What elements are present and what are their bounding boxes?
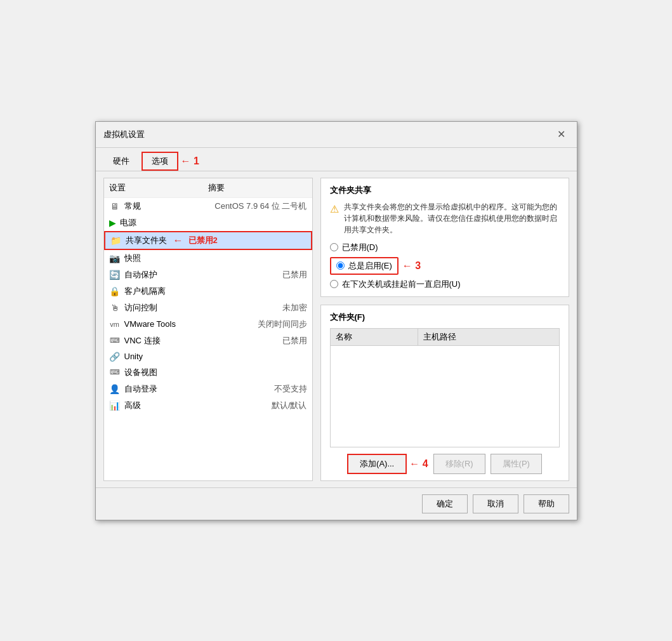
autoprotect-label: 自动保护 <box>124 269 157 281</box>
menu-item-advanced[interactable]: 📊 高级 默认/默认 <box>104 397 312 414</box>
folder-buttons: 添加(A)... ← 4 移除(R) 属性(P) <box>330 454 560 474</box>
radio-until-label: 在下次关机或挂起前一直启用(U) <box>342 279 461 290</box>
access-control-icon: 🖱 <box>109 303 121 313</box>
left-panel: 设置 摘要 🖥 常规 CentOS 7.9 64 位 二号机 ▶ 电源 📁 共享… <box>103 178 313 481</box>
general-icon: 🖥 <box>109 201 121 211</box>
autoprotect-summary: 已禁用 <box>282 269 307 281</box>
snapshot-icon: 📷 <box>109 253 121 263</box>
add-button[interactable]: 添加(A)... <box>347 454 407 474</box>
menu-item-autologin[interactable]: 👤 自动登录 不受支持 <box>104 381 312 397</box>
device-view-label: 设备视图 <box>124 367 157 378</box>
access-control-summary: 未加密 <box>282 302 307 314</box>
menu-item-unity[interactable]: 🔗 Unity <box>104 349 312 364</box>
table-empty-cell <box>330 345 559 447</box>
radio-disabled-label: 已禁用(D) <box>342 242 378 253</box>
remove-button[interactable]: 移除(R) <box>433 454 485 474</box>
panel-header: 设置 摘要 <box>104 178 312 198</box>
access-control-label: 访问控制 <box>124 302 157 314</box>
dialog-window: 虚拟机设置 ✕ 硬件 选项 ← 1 设置 摘要 🖥 常规 CentOS 7.9 … <box>95 121 577 520</box>
table-empty-row <box>330 345 559 447</box>
right-panel: 文件夹共享 ⚠ 共享文件夹会将您的文件显示给虚拟机中的程序。这可能为您的计算机和… <box>320 178 569 481</box>
menu-item-guest-isolation[interactable]: 🔒 客户机隔离 <box>104 283 312 300</box>
general-summary: CentOS 7.9 64 位 二号机 <box>214 201 306 212</box>
unity-label: Unity <box>124 352 143 361</box>
vmware-tools-icon: vm <box>109 320 121 328</box>
window-title: 虚拟机设置 <box>103 129 145 140</box>
advanced-icon: 📊 <box>109 400 121 411</box>
annotation-4-arrow: ← 4 <box>409 458 428 470</box>
radio-always-label: 总是启用(E) <box>348 260 392 272</box>
vnc-icon: ⌨ <box>109 336 121 345</box>
menu-item-shared-folder[interactable]: 📁 共享文件夹 ← 已禁用2 <box>104 231 312 250</box>
vmware-tools-label: VMware Tools <box>124 319 176 329</box>
menu-item-vnc[interactable]: ⌨ VNC 连接 已禁用 <box>104 333 312 349</box>
radio-until[interactable]: 在下次关机或挂起前一直启用(U) <box>330 279 560 290</box>
radio-until-input[interactable] <box>330 280 338 288</box>
warning-row: ⚠ 共享文件夹会将您的文件显示给虚拟机中的程序。这可能为您的计算机和数据带来风险… <box>330 201 560 235</box>
file-sharing-section: 文件夹共享 ⚠ 共享文件夹会将您的文件显示给虚拟机中的程序。这可能为您的计算机和… <box>320 178 569 297</box>
snapshot-label: 快照 <box>124 253 141 264</box>
radio-always[interactable]: 总是启用(E) <box>330 257 399 275</box>
radio-always-input[interactable] <box>336 261 345 270</box>
autologin-icon: 👤 <box>109 384 121 394</box>
col-path-header: 主机路径 <box>418 328 559 345</box>
content-area: 设置 摘要 🖥 常规 CentOS 7.9 64 位 二号机 ▶ 电源 📁 共享… <box>96 171 577 487</box>
general-label: 常规 <box>124 201 141 212</box>
shared-folder-icon: 📁 <box>110 235 122 246</box>
menu-item-access-control[interactable]: 🖱 访问控制 未加密 <box>104 300 312 316</box>
guest-isolation-label: 客户机隔离 <box>124 286 166 297</box>
help-button[interactable]: 帮助 <box>524 494 569 513</box>
folder-section: 文件夹(F) 名称 主机路径 <box>320 305 569 481</box>
power-icon: ▶ <box>109 218 116 228</box>
file-sharing-title: 文件夹共享 <box>330 185 560 196</box>
col-summary: 摘要 <box>208 182 307 194</box>
menu-item-device-view[interactable]: ⌨ 设备视图 <box>104 364 312 381</box>
ok-button[interactable]: 确定 <box>422 494 468 513</box>
menu-item-power[interactable]: ▶ 电源 <box>104 215 312 231</box>
annotation-2-label: 已禁用2 <box>188 235 218 246</box>
radio-group: 已禁用(D) 总是启用(E) ← 3 在下次关机或挂起前一直启用(U) <box>330 242 560 290</box>
menu-item-vmware-tools[interactable]: vm VMware Tools 关闭时间同步 <box>104 316 312 333</box>
warning-text: 共享文件夹会将您的文件显示给虚拟机中的程序。这可能为您的计算机和数据带来风险。请… <box>344 201 560 235</box>
tab-options[interactable]: 选项 <box>142 152 178 171</box>
autoprotect-icon: 🔄 <box>109 270 121 280</box>
advanced-label: 高级 <box>124 400 141 411</box>
menu-item-snapshot[interactable]: 📷 快照 <box>104 250 312 267</box>
guest-isolation-icon: 🔒 <box>109 286 121 296</box>
radio-disabled-input[interactable] <box>330 243 338 251</box>
folder-table: 名称 主机路径 <box>330 328 560 447</box>
tab-hardware[interactable]: 硬件 <box>103 152 139 170</box>
col-name-header: 名称 <box>330 328 418 345</box>
annotation-3-arrow: ← 3 <box>402 260 421 272</box>
title-bar: 虚拟机设置 ✕ <box>96 122 577 148</box>
autologin-summary: 不受支持 <box>274 383 307 395</box>
properties-button[interactable]: 属性(P) <box>491 454 542 474</box>
tabs-bar: 硬件 选项 ← 1 <box>96 148 577 171</box>
warning-icon: ⚠ <box>330 202 339 235</box>
bottom-bar: 确定 取消 帮助 <box>96 487 577 520</box>
vnc-summary: 已禁用 <box>282 335 307 347</box>
device-view-icon: ⌨ <box>109 368 121 376</box>
advanced-summary: 默认/默认 <box>272 400 307 411</box>
shared-folder-label: 共享文件夹 <box>126 235 167 246</box>
autologin-label: 自动登录 <box>124 383 157 395</box>
folder-section-title: 文件夹(F) <box>330 312 560 323</box>
vmware-tools-summary: 关闭时间同步 <box>258 319 307 330</box>
power-label: 电源 <box>120 217 136 228</box>
menu-item-general[interactable]: 🖥 常规 CentOS 7.9 64 位 二号机 <box>104 198 312 215</box>
cancel-button[interactable]: 取消 <box>473 494 518 513</box>
col-settings: 设置 <box>109 182 208 194</box>
unity-icon: 🔗 <box>109 352 121 362</box>
annotation-2-arrow: ← <box>173 235 183 246</box>
menu-item-autoprotect[interactable]: 🔄 自动保护 已禁用 <box>104 267 312 283</box>
annotation-1-arrow: ← 1 <box>181 155 199 167</box>
radio-disabled[interactable]: 已禁用(D) <box>330 242 560 253</box>
close-button[interactable]: ✕ <box>554 127 569 142</box>
vnc-label: VNC 连接 <box>124 335 161 347</box>
